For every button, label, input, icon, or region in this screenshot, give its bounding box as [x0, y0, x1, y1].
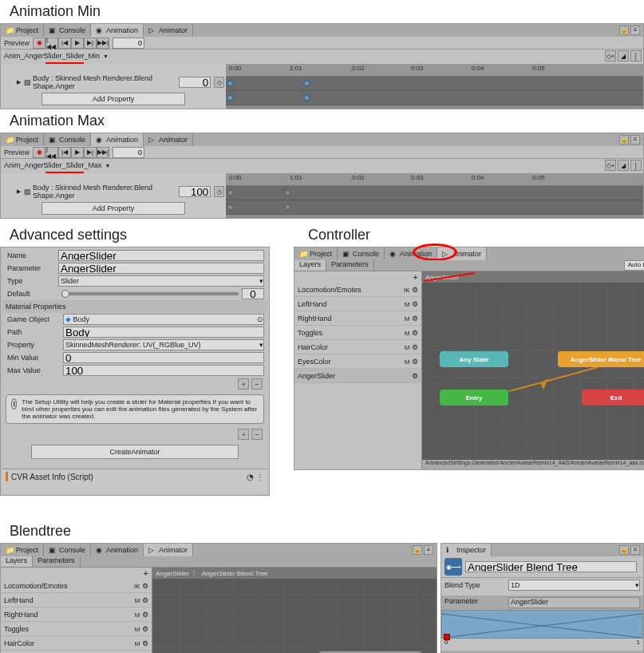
remove-icon[interactable]: −	[251, 378, 263, 390]
gear-icon[interactable]: ⚙	[412, 315, 418, 323]
property-track[interactable]	[226, 200, 643, 215]
gear-icon[interactable]: ⚙	[412, 358, 418, 366]
type-dropdown[interactable]: Slider▾	[58, 275, 264, 287]
property-row[interactable]: ▶ ▧ Body : Skinned Mesh Renderer.Blend S…	[1, 184, 226, 199]
remove-icon[interactable]: −	[251, 429, 263, 440]
blend-graph[interactable]	[441, 610, 643, 639]
prev-key-button[interactable]: |◀	[58, 38, 71, 49]
next-key-button[interactable]: ▶|	[84, 38, 97, 49]
tab-console[interactable]: ▣Console	[44, 544, 91, 556]
add-icon[interactable]: +	[238, 378, 249, 390]
tab-console[interactable]: ▣Console	[338, 247, 385, 260]
path-field[interactable]	[63, 326, 264, 338]
panel-menu-icon[interactable]: ≡	[424, 545, 433, 555]
play-button[interactable]: ▶	[71, 147, 84, 158]
tab-console[interactable]: ▣Console	[44, 24, 91, 37]
key-toggle-icon[interactable]: ◇	[214, 77, 224, 88]
next-key-button[interactable]: ▶|	[84, 147, 97, 158]
auto-live-link-button[interactable]: Auto Live Link	[624, 260, 644, 271]
parameter-dropdown[interactable]: AngerSlider	[508, 597, 640, 608]
blendtype-dropdown[interactable]: 1D▾	[508, 580, 640, 591]
default-value[interactable]	[242, 288, 264, 299]
property-dropdown[interactable]: SkinnedMeshRenderer: UV(_RGBlue_UV)▾	[63, 339, 264, 350]
keyframe[interactable]	[303, 80, 311, 88]
keyframe[interactable]	[284, 189, 292, 197]
tab-animation[interactable]: ◉Animation	[91, 544, 144, 556]
prev-key-button[interactable]: |◀	[58, 147, 71, 158]
tab-animator[interactable]: ▷Animator	[144, 544, 193, 556]
add-layer-icon[interactable]: +	[294, 271, 421, 283]
lock-icon[interactable]: 🔒	[619, 545, 629, 555]
tab-inspector[interactable]: ℹInspector	[441, 544, 492, 556]
gear-icon[interactable]: ⚙	[412, 329, 418, 337]
tab-project[interactable]: 📁Project	[1, 133, 44, 146]
clip-selector[interactable]: Anim_AngerSlider_Slider_Max▼	[1, 161, 184, 169]
prev-frame-button[interactable]: |◀◀	[45, 38, 58, 49]
lock-icon[interactable]: 🔒	[619, 135, 629, 144]
cvr-asset-info-header[interactable]: CVR Asset Info (Script) ◔ ⋮	[2, 469, 267, 484]
parameter-field[interactable]	[58, 263, 264, 274]
node-entry[interactable]: Entry	[440, 390, 508, 406]
property-track[interactable]	[226, 91, 643, 105]
panel-menu-icon[interactable]: ≡	[630, 26, 640, 35]
property-value[interactable]	[179, 77, 211, 88]
gear-icon[interactable]: ⚙	[142, 596, 148, 604]
add-icon[interactable]: +	[238, 429, 249, 440]
frame-field[interactable]	[113, 38, 144, 49]
layer-item[interactable]: HairColorM ⚙	[1, 636, 152, 651]
keyframe[interactable]	[227, 189, 235, 197]
frame-field[interactable]	[113, 147, 144, 158]
clip-selector[interactable]: Anim_AngerSlider_Slider_Min▼	[1, 52, 184, 60]
min-field[interactable]	[63, 352, 264, 363]
parameters-tab[interactable]: Parameters	[33, 556, 81, 567]
expand-icon[interactable]: ▶	[17, 79, 21, 85]
property-row[interactable]: ▶ ▧ Body : Skinned Mesh Renderer.Blend S…	[1, 75, 226, 89]
node-exit[interactable]: Exit	[582, 390, 644, 406]
layer-item[interactable]: RightHandM ⚙	[1, 607, 152, 622]
keyframe[interactable]	[227, 80, 235, 88]
record-button[interactable]: ◉	[33, 38, 45, 49]
blendtree-graph[interactable]: AngerSlider〉AngerSlider Blend Tree Anger…	[152, 568, 437, 653]
more-icon[interactable]: │	[630, 50, 642, 61]
tab-animation[interactable]: ◉Animation	[91, 24, 144, 37]
parameters-tab[interactable]: Parameters	[326, 260, 374, 271]
layers-tab[interactable]: Layers	[1, 556, 33, 567]
add-layer-icon[interactable]: +	[1, 568, 152, 579]
layer-item[interactable]: EyesColorM ⚙	[294, 354, 421, 369]
timeline-ruler[interactable]: 0:001:01,0:020:030:040:05	[226, 173, 643, 186]
next-frame-button[interactable]: ▶▶|	[97, 38, 109, 49]
prev-frame-button[interactable]: |◀◀	[45, 147, 58, 158]
add-key-icon[interactable]: ◇+	[605, 50, 616, 61]
gear-icon[interactable]: ⚙	[142, 625, 148, 633]
keyframe[interactable]	[227, 94, 235, 102]
create-animator-button[interactable]: CreateAnimator	[31, 445, 239, 459]
more-icon[interactable]: │	[630, 160, 642, 171]
tab-animator[interactable]: ▷Animator	[144, 24, 193, 37]
name-field[interactable]	[58, 250, 264, 261]
gear-icon[interactable]: ⚙	[142, 582, 148, 590]
layer-item[interactable]: LeftHandM ⚙	[1, 593, 152, 607]
tab-animator[interactable]: ▷Animator	[144, 133, 193, 146]
next-frame-button[interactable]: ▶▶|	[97, 147, 109, 158]
layer-item[interactable]: RightHandM ⚙	[294, 311, 421, 326]
animator-graph[interactable]: AngerSlider Any State Entry AngerSlider …	[422, 271, 644, 469]
keyframe[interactable]	[303, 94, 311, 102]
expand-icon[interactable]: ▶	[17, 188, 21, 195]
add-property-button[interactable]: Add Property	[41, 93, 185, 105]
lock-icon[interactable]: 🔒	[413, 545, 422, 555]
gameobject-field[interactable]: ◈ Body⊙	[63, 314, 264, 325]
summary-track[interactable]	[226, 77, 643, 91]
key-toggle-icon[interactable]: ◇	[214, 186, 224, 197]
panel-menu-icon[interactable]: ≡	[630, 135, 640, 144]
record-button[interactable]: ◉	[33, 147, 45, 158]
summary-track[interactable]	[226, 186, 643, 200]
layer-item[interactable]: HairColorM ⚙	[294, 340, 421, 354]
node-blend-tree[interactable]: AngerSlider Blend Tree	[558, 351, 644, 367]
add-property-button[interactable]: Add Property	[41, 202, 185, 215]
gear-icon[interactable]: ⚙	[412, 300, 418, 308]
tab-project[interactable]: 📁Project	[1, 544, 44, 556]
layers-tab[interactable]: Layers	[294, 260, 326, 271]
gear-icon[interactable]: ⚙	[412, 372, 418, 380]
gear-icon[interactable]: ⚙	[142, 639, 148, 647]
property-value[interactable]	[179, 186, 211, 197]
